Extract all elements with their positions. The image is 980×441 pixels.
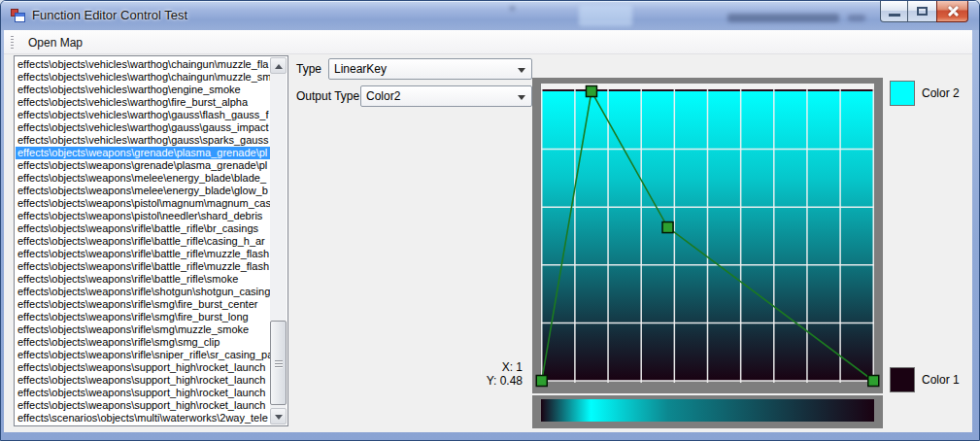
list-item[interactable]: effects\objects\vehicles\warthog\gauss\g… xyxy=(16,121,270,134)
arrow-up-icon xyxy=(275,64,283,69)
app-icon xyxy=(11,8,26,23)
type-label: Type xyxy=(296,62,321,76)
glass-reflection xyxy=(579,5,632,26)
tool-strip: Open Map xyxy=(4,30,972,54)
vertical-scrollbar[interactable] xyxy=(270,57,287,424)
list-item[interactable]: effects\objects\weapons\rifle\smg\fire_b… xyxy=(16,311,270,323)
list-item[interactable]: effects\objects\weapons\rifle\battle_rif… xyxy=(16,248,270,260)
list-item[interactable]: effects\objects\weapons\support_high\roc… xyxy=(16,399,270,412)
maximize-icon xyxy=(917,7,928,16)
list-item[interactable]: effects\objects\weapons\rifle\smg\smg_cl… xyxy=(16,336,270,349)
color1-label: Color 1 xyxy=(922,373,960,387)
title-bar[interactable]: Function Editor Control Test xyxy=(1,1,979,30)
list-item[interactable]: effects\objects\vehicles\warthog\chaingu… xyxy=(16,58,270,71)
list-item[interactable]: effects\objects\weapons\rifle\battle_rif… xyxy=(16,222,270,235)
minimize-button[interactable] xyxy=(880,1,908,22)
list-item[interactable]: effects\objects\weapons\grenade\plasma_g… xyxy=(16,147,270,159)
control-point[interactable] xyxy=(868,376,879,387)
list-item[interactable]: effects\objects\weapons\melee\energy_bla… xyxy=(16,172,270,185)
chevron-down-icon xyxy=(518,68,525,73)
scroll-up-button[interactable] xyxy=(270,57,287,74)
list-item[interactable]: effects\objects\vehicles\warthog\engine_… xyxy=(16,84,270,96)
list-item[interactable]: effects\objects\vehicles\warthog\gauss\f… xyxy=(16,109,270,121)
gradient-preview-bar xyxy=(541,399,874,422)
chevron-down-icon xyxy=(518,95,525,100)
list-item[interactable]: effects\objects\weapons\rifle\battle_rif… xyxy=(16,235,270,248)
scroll-down-button[interactable] xyxy=(270,408,287,424)
list-item[interactable]: effects\objects\weapons\rifle\sniper_rif… xyxy=(16,349,270,361)
output-type-combobox-value: Color2 xyxy=(366,89,400,103)
glass-reflection xyxy=(727,14,839,22)
file-list-items: effects\objects\vehicles\warthog\chaingu… xyxy=(16,57,270,424)
list-item[interactable]: effects\scenarios\objects\multi\waterwor… xyxy=(16,412,270,424)
control-point[interactable] xyxy=(662,222,673,233)
function-graph[interactable] xyxy=(541,84,874,383)
color2-swatch[interactable] xyxy=(890,81,915,106)
client-area: Open Map effects\objects\vehicles\wartho… xyxy=(4,30,972,432)
glass-reflection xyxy=(848,15,865,21)
glass-reflection xyxy=(510,6,515,11)
color1-swatch[interactable] xyxy=(890,367,915,392)
window-title: Function Editor Control Test xyxy=(32,8,187,22)
minimize-icon xyxy=(889,14,900,17)
maximize-button[interactable] xyxy=(908,1,936,22)
list-item[interactable]: effects\objects\vehicles\warthog\fire_bu… xyxy=(16,96,270,109)
scrollbar-thumb[interactable] xyxy=(270,321,287,405)
list-item[interactable]: effects\objects\weapons\support_high\roc… xyxy=(16,374,270,387)
y-coordinate: Y: 0.48 xyxy=(435,374,523,388)
control-point[interactable] xyxy=(586,86,596,97)
type-combobox[interactable]: LinearKey xyxy=(328,58,532,80)
close-button[interactable] xyxy=(936,1,968,22)
control-point[interactable] xyxy=(536,376,547,387)
toolstrip-grip-icon[interactable] xyxy=(11,36,14,49)
list-item[interactable]: effects\objects\weapons\support_high\roc… xyxy=(16,361,270,374)
list-item[interactable]: effects\objects\weapons\melee\energy_bla… xyxy=(16,185,270,197)
list-item[interactable]: effects\objects\weapons\support_high\roc… xyxy=(16,387,270,399)
list-item[interactable]: effects\objects\weapons\rifle\battle_rif… xyxy=(16,260,270,273)
output-type-label: Output Type xyxy=(296,89,359,103)
list-item[interactable]: effects\objects\weapons\grenade\plasma_g… xyxy=(16,159,270,172)
app-window: Function Editor Control Test Open Map ef… xyxy=(0,0,980,441)
list-item[interactable]: effects\objects\vehicles\warthog\chaingu… xyxy=(16,71,270,84)
open-map-button[interactable]: Open Map xyxy=(21,33,89,52)
cursor-coordinates: X: 1 Y: 0.48 xyxy=(435,360,523,388)
list-item[interactable]: effects\objects\weapons\pistol\needler\s… xyxy=(16,210,270,222)
list-item[interactable]: effects\objects\weapons\rifle\shotgun\sh… xyxy=(16,286,270,298)
list-item[interactable]: effects\objects\weapons\rifle\smg\fire_b… xyxy=(16,298,270,311)
color2-label: Color 2 xyxy=(922,86,960,100)
list-item[interactable]: effects\objects\weapons\rifle\battle_rif… xyxy=(16,273,270,286)
window-controls xyxy=(880,1,968,22)
list-item[interactable]: effects\objects\weapons\pistol\magnum\ma… xyxy=(16,197,270,210)
list-item[interactable]: effects\objects\weapons\rifle\smg\muzzle… xyxy=(16,323,270,336)
output-type-combobox[interactable]: Color2 xyxy=(360,85,532,107)
file-list: effects\objects\vehicles\warthog\chaingu… xyxy=(14,55,288,426)
arrow-down-icon xyxy=(275,415,283,420)
list-item[interactable]: effects\objects\vehicles\warthog\gauss\s… xyxy=(16,134,270,147)
x-coordinate: X: 1 xyxy=(435,360,523,374)
type-combobox-value: LinearKey xyxy=(334,62,387,76)
